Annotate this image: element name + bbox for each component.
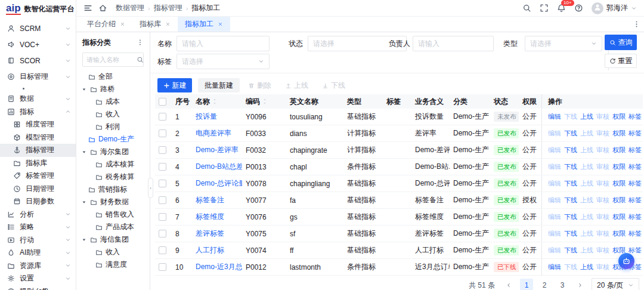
caret-down-icon[interactable] (81, 199, 87, 205)
op-edit[interactable]: 编辑 (548, 112, 561, 121)
tree-item-income[interactable]: 收入 (76, 108, 150, 121)
tree-item-income2[interactable]: 收入 (76, 246, 150, 258)
row-checkbox[interactable] (159, 196, 166, 204)
caret-down-icon[interactable] (81, 149, 87, 155)
op-review[interactable]: 审核 (596, 112, 609, 121)
sidebar-item-data[interactable]: 数据 (0, 92, 76, 106)
op-online[interactable]: 上线 (580, 179, 593, 188)
close-icon[interactable] (218, 21, 223, 27)
row-checkbox[interactable] (159, 163, 166, 171)
tree-item-luqiao[interactable]: 路桥 (76, 83, 150, 95)
next-page-icon[interactable] (574, 279, 587, 290)
sidebar-item-voc[interactable]: VOC+ (0, 36, 76, 53)
name-filter-input[interactable] (182, 39, 264, 48)
row-checkbox[interactable] (159, 180, 166, 187)
delete-button[interactable]: 删除 (248, 78, 271, 92)
caret-down-icon[interactable] (81, 87, 87, 92)
home-icon[interactable] (98, 4, 107, 13)
op-online[interactable]: 上线 (580, 229, 593, 238)
close-icon[interactable] (120, 21, 125, 27)
tab-metric-processing[interactable]: 指标加工 (178, 17, 230, 32)
row-checkbox[interactable] (159, 263, 166, 271)
sidebar-item-dimension-mgmt[interactable]: 维度管理 (0, 118, 76, 131)
op-offline[interactable]: 下线 (564, 229, 577, 238)
type-filter-select[interactable]: 请选择 (525, 36, 602, 51)
page-button-3[interactable]: 3 (556, 279, 569, 290)
tree-item-profit[interactable]: 利润 (76, 121, 150, 133)
tree-item-marketing-metric[interactable]: 营销指标 (76, 183, 150, 196)
op-online[interactable]: 上线 (580, 146, 593, 155)
tree-search-input[interactable] (86, 56, 134, 63)
op-offline[interactable]: 下线 (564, 129, 577, 138)
metric-name-link[interactable]: 电商差评率 (196, 128, 231, 138)
op-online[interactable]: 上线 (580, 129, 593, 138)
sidebar-item-metric-lib[interactable]: 指标库 (0, 157, 76, 170)
op-review[interactable]: 审核 (596, 263, 609, 272)
op-online[interactable]: 上线 (580, 112, 593, 121)
op-offline[interactable]: 下线 (564, 246, 577, 255)
row-checkbox[interactable] (159, 129, 166, 137)
question-icon[interactable] (574, 4, 583, 13)
op-tag[interactable]: 标签 (628, 196, 642, 205)
op-permission[interactable]: 权限 (612, 196, 626, 205)
sidebar-item-action[interactable]: 行动 (0, 234, 76, 247)
op-online[interactable]: 上线 (580, 162, 593, 171)
op-review[interactable]: 审核 (596, 146, 609, 155)
sidebar-item-analysis[interactable]: 分析 (0, 208, 76, 221)
tree-item-tax-accounting[interactable]: 税务核算 (76, 171, 150, 183)
sidebar-item-goal-mgmt[interactable]: 目标管理 (0, 69, 76, 85)
op-permission[interactable]: 权限 (612, 146, 626, 155)
bell-icon[interactable]: 10+ (557, 4, 566, 13)
op-edit[interactable]: 编辑 (548, 162, 561, 171)
tree-item-sales-income[interactable]: 销售收入 (76, 208, 150, 221)
sidebar-item-strategy[interactable]: 策略 (0, 221, 76, 234)
select-all-checkbox[interactable] (159, 98, 166, 106)
tree-item-demo-prod[interactable]: Demo-生产 (76, 133, 150, 146)
row-checkbox[interactable] (159, 230, 166, 237)
metric-name-link[interactable]: Demo-总评论量 (196, 178, 242, 189)
op-tag[interactable]: 标签 (628, 246, 642, 255)
op-permission[interactable]: 权限 (612, 162, 626, 171)
op-edit[interactable]: 编辑 (548, 246, 561, 255)
sidebar-item-collapsed-dot[interactable] (0, 85, 76, 92)
op-edit[interactable]: 编辑 (548, 212, 561, 221)
op-online[interactable]: 上线 (580, 196, 593, 205)
row-checkbox[interactable] (159, 146, 166, 154)
breadcrumb-item[interactable]: 指标管理 (154, 3, 182, 13)
sidebar-item-scor[interactable]: SCOR (0, 53, 76, 69)
tab-platform-intro[interactable]: 平台介绍 (80, 17, 132, 32)
tree-item-product-cost[interactable]: 产品成本 (76, 221, 150, 233)
op-review[interactable]: 审核 (596, 229, 609, 238)
tab-overflow-icon[interactable] (628, 17, 644, 32)
op-offline[interactable]: 下线 (564, 112, 577, 121)
op-permission[interactable]: 权限 (612, 179, 626, 188)
op-offline[interactable]: 下线 (564, 212, 577, 221)
op-tag[interactable]: 标签 (628, 229, 642, 238)
tree-item-hisense[interactable]: 海信集团 (76, 233, 150, 246)
new-button[interactable]: 新建 (157, 78, 192, 92)
op-permission[interactable]: 权限 (612, 212, 626, 221)
page-size-select[interactable]: 20 条/页 (592, 278, 639, 290)
op-review[interactable]: 审核 (596, 246, 609, 255)
tree-item-satisfaction[interactable]: 满意度 (76, 258, 150, 271)
breadcrumb-item[interactable]: 指标加工 (191, 3, 220, 13)
op-permission[interactable]: 权限 (612, 112, 626, 121)
search-icon[interactable] (522, 4, 531, 13)
user-menu[interactable]: 郭海洋 (592, 2, 637, 14)
breadcrumb-item[interactable]: 数据管理 (116, 3, 144, 13)
panel-collapse-handle[interactable]: ‹ (148, 178, 153, 198)
op-permission[interactable]: 权限 (612, 229, 626, 238)
page-button-1[interactable]: 1 (520, 279, 533, 290)
op-edit[interactable]: 编辑 (548, 263, 561, 272)
ai-assistant-fab[interactable] (618, 253, 634, 269)
sort-icon[interactable] (212, 98, 218, 105)
tree-item-finance-data[interactable]: 财务数据 (76, 196, 150, 208)
op-edit[interactable]: 编辑 (548, 229, 561, 238)
op-tag[interactable]: 标签 (628, 129, 642, 138)
op-offline[interactable]: 下线 (564, 146, 577, 155)
sidebar-item-scrm[interactable]: SCRM (0, 20, 76, 36)
op-offline[interactable]: 下线 (564, 263, 577, 272)
panel-more-icon[interactable] (137, 39, 144, 46)
tree-item-all[interactable]: 全部 (76, 70, 150, 83)
sidebar-item-ai-assistant[interactable]: AI助理 (0, 246, 76, 260)
